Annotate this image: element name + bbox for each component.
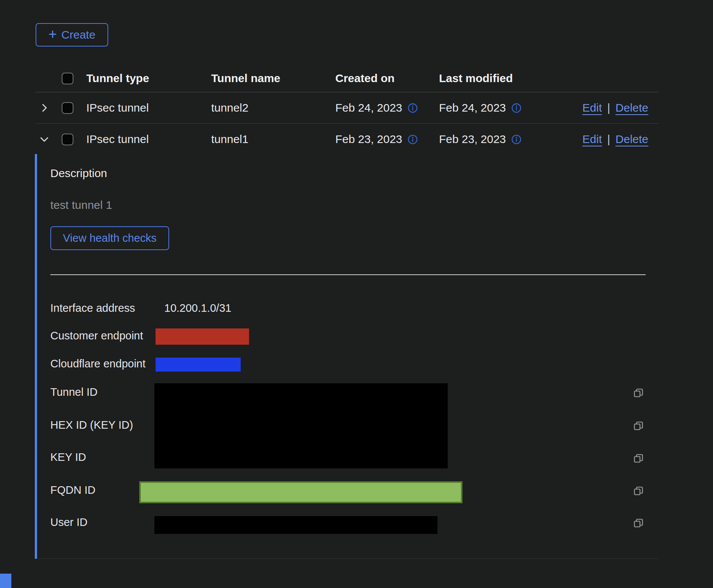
header-tunnel-type: Tunnel type: [86, 72, 211, 85]
fqdn-id-redacted-value: [139, 481, 462, 503]
tunnel-details-panel: Description test tunnel 1 View health ch…: [35, 154, 659, 559]
select-all-checkbox[interactable]: [62, 73, 73, 84]
last-modified-cell: Feb 24, 2023: [439, 101, 506, 114]
header-created-on: Created on: [335, 72, 439, 85]
copy-user-id-button[interactable]: [632, 517, 645, 530]
tunnel-id-label: Tunnel ID: [50, 386, 98, 398]
table-row: IPsec tunnel tunnel1 Feb 23, 2023 Feb 23…: [36, 124, 659, 155]
user-id-redacted-value: [154, 516, 437, 534]
floating-widget-partial[interactable]: [0, 574, 11, 588]
description-value: test tunnel 1: [50, 199, 112, 212]
copy-icon: [632, 485, 645, 497]
tunnels-page: + Create Tunnel type Tunnel name Created…: [0, 0, 713, 588]
copy-key-id-button[interactable]: [632, 453, 645, 465]
interface-address-value: 10.200.1.0/31: [164, 302, 231, 314]
info-icon[interactable]: [511, 134, 522, 145]
delete-link[interactable]: Delete: [615, 133, 648, 146]
cloudflare-endpoint-label: Cloudflare endpoint: [50, 358, 146, 370]
link-separator: |: [607, 133, 610, 146]
copy-fqdn-id-button[interactable]: [632, 485, 645, 498]
copy-icon: [632, 387, 645, 399]
hex-id-label: HEX ID (KEY ID): [50, 419, 133, 431]
collapse-row-button[interactable]: [36, 133, 62, 145]
info-icon[interactable]: [511, 103, 522, 113]
info-icon[interactable]: [408, 134, 418, 145]
section-divider: [50, 274, 646, 275]
create-button-label: Create: [61, 28, 95, 41]
info-icon[interactable]: [408, 103, 418, 113]
row-checkbox[interactable]: [62, 134, 73, 145]
fqdn-id-label: FQDN ID: [50, 484, 95, 496]
delete-link[interactable]: Delete: [615, 101, 648, 114]
expand-row-button[interactable]: [36, 102, 62, 114]
row-checkbox[interactable]: [62, 102, 73, 114]
customer-endpoint-label: Customer endpoint: [50, 330, 143, 342]
view-health-checks-button[interactable]: View health checks: [50, 226, 169, 250]
user-id-label: User ID: [50, 516, 87, 529]
copy-icon: [632, 453, 645, 465]
copy-icon: [632, 517, 645, 529]
edit-link[interactable]: Edit: [582, 133, 602, 146]
copy-tunnel-id-button[interactable]: [632, 387, 645, 400]
copy-icon: [632, 420, 645, 432]
key-id-label: KEY ID: [50, 451, 86, 464]
copy-hex-id-button[interactable]: [632, 420, 645, 433]
create-button[interactable]: + Create: [36, 23, 108, 47]
interface-address-label: Interface address: [50, 302, 135, 314]
ids-redacted-block: [154, 383, 448, 468]
chevron-down-icon: [39, 134, 50, 145]
table-row: IPsec tunnel tunnel2 Feb 24, 2023 Feb 24…: [36, 92, 659, 124]
tunnel-type-cell: IPsec tunnel: [86, 133, 211, 146]
edit-link[interactable]: Edit: [582, 101, 602, 114]
last-modified-cell: Feb 23, 2023: [439, 133, 506, 146]
link-separator: |: [607, 101, 610, 114]
tunnels-table: Tunnel type Tunnel name Created on Last …: [36, 65, 659, 155]
created-on-cell: Feb 24, 2023: [335, 101, 402, 114]
tunnel-name-cell: tunnel1: [211, 133, 335, 146]
customer-endpoint-redacted-value: [156, 328, 249, 345]
header-last-modified: Last modified: [439, 72, 543, 85]
header-tunnel-name: Tunnel name: [211, 72, 335, 85]
tunnel-name-cell: tunnel2: [211, 101, 335, 114]
tunnel-type-cell: IPsec tunnel: [86, 101, 211, 114]
cloudflare-endpoint-redacted-value: [156, 358, 241, 372]
created-on-cell: Feb 23, 2023: [335, 133, 402, 146]
chevron-right-icon: [39, 102, 50, 114]
description-label: Description: [50, 167, 107, 180]
table-header-row: Tunnel type Tunnel name Created on Last …: [36, 65, 659, 92]
